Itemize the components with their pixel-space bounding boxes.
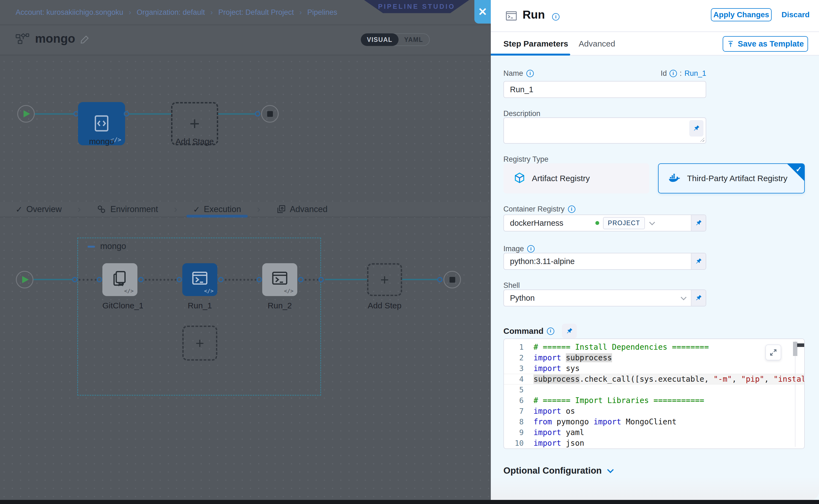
breadcrumb-project[interactable]: Project: Default Project [218, 8, 294, 17]
chevron-right-icon: › [210, 8, 213, 17]
step-label: Run_1 [182, 301, 217, 310]
editor-scrollbar-track[interactable] [795, 341, 795, 447]
apply-changes-button[interactable]: Apply Changes [711, 8, 772, 21]
add-step-label: Add Step [367, 301, 402, 310]
save-as-template-button[interactable]: Save as Template [723, 36, 808, 52]
code-text: subprocess.check_call([sys.executable, "… [534, 375, 804, 384]
execution-start-node[interactable] [16, 271, 33, 288]
container-registry-label-row: Container Registry i [504, 205, 575, 213]
line-number: 3 [504, 364, 534, 373]
code-line[interactable]: 5 [504, 384, 804, 395]
pipeline-studio-app: Account: kurosakiichigo.songoku › Organi… [0, 0, 819, 504]
chevron-right-icon: › [129, 8, 131, 17]
code-text: import subprocess [534, 353, 804, 362]
advanced-icon [276, 204, 286, 214]
line-number: 2 [504, 354, 534, 362]
stop-icon [450, 277, 455, 283]
step-node-gitclone-1[interactable]: </> [102, 263, 137, 296]
toggle-visual[interactable]: VISUAL [361, 33, 398, 46]
add-step-node[interactable]: + [367, 263, 402, 296]
info-icon[interactable]: i [527, 70, 534, 77]
ci-stage-icon [92, 114, 111, 133]
step-label: Run_2 [262, 301, 297, 310]
registry-option-third-party[interactable]: Third-Party Artifact Registry ✓ [658, 163, 805, 193]
pin-input-type-button[interactable] [689, 120, 704, 137]
pipeline-start-node[interactable] [17, 105, 35, 123]
info-icon[interactable]: i [670, 70, 677, 77]
tab-execution[interactable]: ✓ Execution [193, 202, 241, 217]
code-text: import os [534, 407, 804, 416]
tab-environment[interactable]: Environment [97, 202, 158, 217]
expand-editor-button[interactable] [765, 344, 781, 360]
optional-configuration-toggle[interactable]: Optional Configuration [504, 465, 612, 476]
discard-button[interactable]: Discard [782, 10, 810, 19]
step-node-run-1[interactable]: </> [182, 263, 217, 296]
editor-scrollbar-thumb[interactable] [793, 342, 797, 356]
pin-input-type-button[interactable] [691, 253, 706, 269]
name-input[interactable] [504, 81, 706, 98]
info-icon[interactable]: i [527, 245, 535, 253]
editor-scroll-handle[interactable] [797, 343, 805, 347]
code-line[interactable]: 2import subprocess [504, 352, 804, 363]
container-registry-field[interactable]: dockerHarness PROJECT [504, 215, 706, 231]
execution-end-node[interactable] [444, 271, 461, 288]
description-textarea[interactable] [504, 117, 706, 144]
line-number: 10 [504, 439, 534, 447]
info-icon[interactable]: i [547, 328, 554, 335]
registry-option-artifact-registry[interactable]: Artifact Registry [504, 163, 649, 193]
code-line[interactable]: 4subprocess.check_call([sys.executable, … [504, 374, 804, 384]
info-icon[interactable]: i [568, 205, 575, 213]
step-label: GitClone_1 [102, 301, 137, 310]
pin-input-type-button[interactable] [691, 290, 706, 306]
code-line[interactable]: 7import os [504, 406, 804, 416]
tab-step-parameters[interactable]: Step Parameters [504, 39, 568, 48]
chevron-down-icon[interactable] [681, 294, 687, 300]
code-text: import yaml [534, 428, 804, 437]
code-line[interactable]: 6# ====== Import Libraries =========== [504, 395, 804, 406]
add-parallel-step-node[interactable]: + [182, 326, 217, 361]
code-text: # ====== Import Libraries =========== [534, 396, 804, 405]
breadcrumb-organization[interactable]: Organization: default [137, 8, 205, 17]
pin-input-type-button[interactable] [562, 324, 577, 338]
pipeline-canvas: Account: kurosakiichigo.songoku › Organi… [0, 0, 491, 500]
pipeline-name: mongo [35, 32, 75, 45]
pipeline-end-node[interactable] [261, 105, 279, 123]
pushpin-icon [695, 294, 702, 302]
tab-overview[interactable]: ✓ Overview [16, 202, 62, 217]
tab-advanced[interactable]: Advanced [276, 202, 328, 217]
shell-select[interactable]: Python [504, 289, 706, 306]
close-icon: ✕ [478, 5, 487, 18]
collapse-minus-icon[interactable] [88, 246, 95, 248]
connector-port [256, 277, 262, 282]
code-line[interactable]: 9import yaml [504, 427, 804, 438]
code-mark-icon: </> [124, 288, 134, 294]
code-line[interactable]: 3import sys [504, 363, 804, 374]
panel-body: Name i Id i : Run_1 Description [491, 56, 819, 500]
connector-port [124, 111, 129, 117]
shell-value: Python [510, 294, 535, 303]
check-icon: ✓ [16, 205, 22, 214]
resize-handle-icon[interactable] [700, 138, 704, 142]
connector-port [255, 111, 260, 117]
code-line[interactable]: 10import json [504, 438, 804, 448]
step-node-run-2[interactable]: </> [262, 263, 297, 296]
connector-port [72, 277, 77, 282]
panel-footer [491, 477, 819, 500]
breadcrumb-account[interactable]: Account: kurosakiichigo.songoku [16, 8, 123, 17]
tab-advanced[interactable]: Advanced [579, 39, 615, 48]
pin-input-type-button[interactable] [691, 215, 706, 231]
command-code-editor[interactable]: 1# ====== Install Dependencies ========2… [504, 338, 805, 449]
chevron-down-icon[interactable] [649, 219, 655, 225]
close-drawer-button[interactable]: ✕ [475, 0, 491, 24]
id-separator: : [680, 69, 682, 78]
toggle-yaml[interactable]: YAML [398, 34, 429, 45]
image-field[interactable]: python:3.11-alpine [504, 253, 706, 270]
edit-pencil-icon[interactable] [80, 34, 90, 44]
connector-status-dot [595, 221, 599, 225]
plus-icon: + [195, 336, 204, 351]
code-line[interactable]: 1# ====== Install Dependencies ======== [504, 342, 804, 352]
info-icon[interactable]: i [552, 13, 560, 21]
connector-line [325, 279, 367, 280]
breadcrumb-pipelines[interactable]: Pipelines [307, 8, 337, 17]
code-line[interactable]: 8from pymongo import MongoClient [504, 416, 804, 427]
